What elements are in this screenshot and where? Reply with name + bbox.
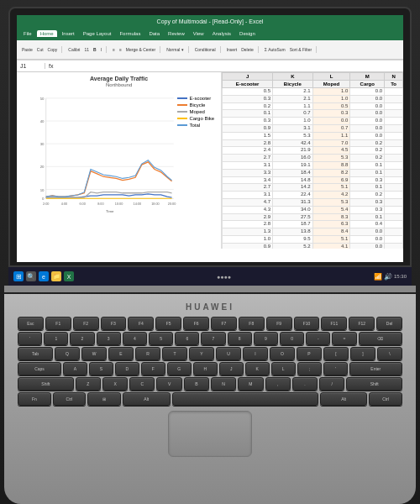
- table-cell[interactable]: 0.7: [273, 110, 313, 118]
- taskbar-explorer[interactable]: 📁: [51, 271, 61, 281]
- table-cell[interactable]: 1.1: [273, 102, 313, 110]
- key-semicolon[interactable]: ;: [297, 362, 322, 375]
- key-h[interactable]: H: [193, 362, 218, 375]
- table-cell[interactable]: 0.7: [312, 124, 350, 132]
- table-cell[interactable]: 2.7: [223, 155, 273, 162]
- table-cell[interactable]: 3.1: [223, 192, 273, 199]
- table-cell[interactable]: 0.5: [312, 102, 350, 110]
- table-cell[interactable]: 8.2: [312, 169, 350, 176]
- table-cell[interactable]: 0.3: [350, 198, 385, 206]
- table-cell[interactable]: 0.3: [350, 176, 385, 184]
- table-cell[interactable]: [385, 235, 403, 243]
- key-enter[interactable]: Enter: [349, 362, 402, 375]
- table-cell[interactable]: 0.0: [350, 228, 385, 236]
- key-p[interactable]: P: [297, 347, 322, 360]
- table-cell[interactable]: 0.4: [350, 221, 385, 228]
- table-cell[interactable]: [385, 124, 403, 132]
- key-comma[interactable]: ,: [265, 377, 291, 391]
- table-cell[interactable]: 2.4: [223, 147, 273, 155]
- key-lshift[interactable]: Shift: [18, 377, 74, 391]
- table-cell[interactable]: 6.9: [312, 176, 350, 184]
- table-cell[interactable]: [385, 110, 403, 118]
- table-cell[interactable]: [385, 184, 403, 192]
- table-cell[interactable]: 0.0: [350, 243, 385, 249]
- font-name[interactable]: Calibri: [66, 46, 81, 53]
- key-1[interactable]: 1: [44, 332, 68, 345]
- key-space[interactable]: [172, 392, 318, 406]
- key-rbracket[interactable]: ]: [350, 347, 375, 360]
- key-f6[interactable]: F6: [183, 317, 209, 330]
- key-esc[interactable]: Esc: [18, 317, 44, 330]
- table-cell[interactable]: 0.9: [223, 124, 273, 132]
- table-cell[interactable]: 4.5: [312, 147, 350, 155]
- table-cell[interactable]: 8.4: [312, 228, 350, 236]
- key-f11[interactable]: F11: [321, 317, 347, 330]
- copy-btn[interactable]: Copy: [46, 46, 60, 53]
- table-cell[interactable]: 0.9: [223, 243, 273, 249]
- table-cell[interactable]: 0.1: [223, 110, 273, 118]
- table-cell[interactable]: 5.3: [312, 198, 350, 206]
- table-cell[interactable]: 5.1: [312, 235, 350, 243]
- key-x[interactable]: X: [102, 377, 128, 391]
- table-cell[interactable]: 5.3: [273, 132, 313, 139]
- key-q[interactable]: Q: [55, 347, 80, 360]
- key-minus[interactable]: -: [306, 332, 330, 345]
- table-cell[interactable]: 0.5: [223, 88, 273, 96]
- key-4[interactable]: 4: [123, 332, 147, 345]
- table-cell[interactable]: 4.7: [223, 198, 273, 206]
- table-cell[interactable]: 5.3: [312, 155, 350, 162]
- table-cell[interactable]: 0.0: [350, 102, 385, 110]
- key-backslash[interactable]: \: [377, 347, 402, 360]
- table-cell[interactable]: 3.1: [273, 124, 313, 132]
- key-ralt[interactable]: Alt: [320, 392, 368, 406]
- table-cell[interactable]: 2.1: [273, 88, 313, 96]
- key-5[interactable]: 5: [149, 332, 173, 345]
- key-quote[interactable]: ': [323, 362, 348, 375]
- table-cell[interactable]: 0.3: [223, 118, 273, 125]
- key-o[interactable]: O: [270, 347, 295, 360]
- key-f2[interactable]: F2: [73, 317, 99, 330]
- autosum-btn[interactable]: Σ AutoSum: [263, 46, 287, 53]
- table-cell[interactable]: 3.3: [223, 169, 273, 176]
- key-0[interactable]: 0: [280, 332, 304, 345]
- key-t[interactable]: T: [162, 347, 187, 360]
- key-v[interactable]: V: [156, 377, 181, 391]
- key-win[interactable]: ⊞: [87, 392, 121, 406]
- tab-view[interactable]: View: [190, 30, 207, 37]
- table-cell[interactable]: 1.0: [273, 118, 313, 125]
- key-a[interactable]: A: [63, 362, 87, 375]
- table-cell[interactable]: [385, 139, 403, 147]
- key-7[interactable]: 7: [201, 332, 225, 345]
- table-cell[interactable]: 16.0: [273, 155, 313, 162]
- table-cell[interactable]: [385, 206, 403, 213]
- key-j[interactable]: J: [219, 362, 244, 375]
- delete-cell[interactable]: Delete: [239, 46, 255, 53]
- table-cell[interactable]: [385, 176, 403, 184]
- key-f9[interactable]: F9: [266, 317, 292, 330]
- table-cell[interactable]: 0.0: [312, 118, 350, 125]
- table-cell[interactable]: 0.1: [350, 161, 385, 169]
- table-cell[interactable]: 1.5: [223, 132, 273, 139]
- key-y[interactable]: Y: [189, 347, 214, 360]
- tab-review[interactable]: Review: [165, 30, 188, 37]
- table-cell[interactable]: 9.5: [273, 235, 313, 243]
- table-cell[interactable]: 0.0: [350, 132, 385, 139]
- tab-data[interactable]: Data: [145, 30, 163, 37]
- table-cell[interactable]: 0.1: [350, 184, 385, 192]
- table-cell[interactable]: 0.0: [350, 118, 385, 125]
- key-3[interactable]: 3: [97, 332, 121, 345]
- sort-filter[interactable]: Sort & Filter: [288, 46, 313, 53]
- key-f5[interactable]: F5: [155, 317, 181, 330]
- table-cell[interactable]: 0.0: [350, 235, 385, 243]
- table-cell[interactable]: [385, 221, 403, 228]
- search-taskbar[interactable]: 🔍: [26, 271, 36, 281]
- key-c[interactable]: C: [129, 377, 155, 391]
- table-cell[interactable]: 1.0: [312, 88, 350, 96]
- key-2[interactable]: 2: [70, 332, 94, 345]
- table-cell[interactable]: 18.4: [273, 169, 313, 176]
- table-cell[interactable]: [385, 132, 403, 139]
- table-cell[interactable]: 1.1: [312, 132, 350, 139]
- table-cell[interactable]: 2.8: [223, 221, 273, 228]
- key-n[interactable]: N: [211, 377, 236, 391]
- key-f10[interactable]: F10: [294, 317, 320, 330]
